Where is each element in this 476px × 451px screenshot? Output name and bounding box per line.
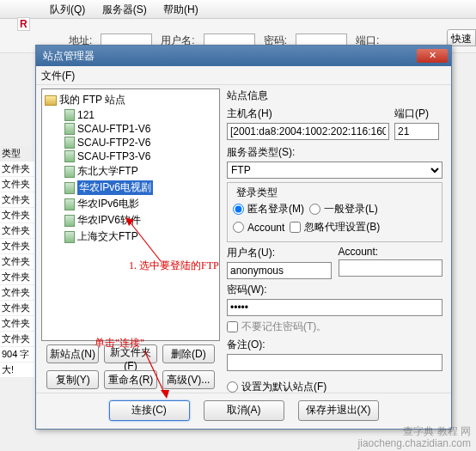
login-type-legend: 登录类型 (233, 186, 281, 200)
close-icon[interactable]: ✕ (417, 49, 448, 63)
site-tree[interactable]: 我的 FTP 站点121SCAU-FTP1-V6SCAU-FTP2-V6SCAU… (41, 88, 220, 341)
col-folder: 文件夹 (0, 316, 34, 332)
col-folder: 文件夹 (0, 239, 34, 254)
tree-item[interactable]: 上海交大FTP (44, 229, 217, 245)
anon-label: 匿名登录(M) (247, 202, 304, 216)
tree-item-label: 华农IPv6电视剧 (77, 180, 153, 195)
tree-item-label: 华农IPv6电影 (77, 197, 139, 211)
ignore-proxy-check[interactable] (290, 222, 301, 233)
password-input[interactable] (227, 299, 442, 316)
tree-item-label: 华农IPV6软件 (77, 213, 141, 228)
password-label: 密码(W): (227, 283, 442, 297)
port-input[interactable] (394, 123, 439, 140)
tree-item-label: 121 (77, 109, 95, 121)
menu-queue[interactable]: 队列(Q) (43, 0, 92, 20)
host-input[interactable] (227, 123, 389, 140)
site-icon (64, 231, 75, 243)
tree-item[interactable]: 华农IPv6电影 (44, 196, 217, 212)
tree-item[interactable]: SCAU-FTP2-V6 (44, 136, 217, 149)
bg-left-col: 类型 文件夹 文件夹 文件夹 文件夹 文件夹 文件夹 文件夹 文件夹 文件夹 文… (0, 146, 34, 378)
note-label: 备注(O): (227, 338, 442, 352)
bg-menubar: 队列(Q) 服务器(S) 帮助(H) (0, 0, 476, 19)
site-icon (64, 137, 75, 149)
tree-item[interactable]: 华农IPv6电视剧 (44, 180, 217, 196)
col-folder: 文件夹 (0, 285, 34, 301)
col-type-header: 类型 (0, 146, 34, 162)
tree-item[interactable]: 东北大学FTP (44, 163, 217, 180)
col-folder: 文件夹 (0, 162, 34, 177)
site-manager-dialog: 站点管理器 ✕ 文件(F) 我的 FTP 站点121SCAU-FTP1-V6SC… (35, 45, 452, 430)
server-type-label: 服务器类型(S): (227, 145, 442, 160)
username-input[interactable] (227, 262, 332, 279)
tree-item[interactable]: SCAU-FTP1-V6 (44, 122, 217, 136)
col-folder: 文件夹 (0, 208, 34, 223)
col-folder: 文件夹 (0, 270, 34, 285)
advanced-button[interactable]: 高级(V)... (162, 370, 215, 389)
port-label: 端口(P) (394, 107, 442, 121)
no-remember-label: 不要记住密码(T)。 (241, 320, 326, 334)
account-input[interactable] (339, 259, 443, 277)
col-folder: 文件夹 (0, 301, 34, 316)
account-radio[interactable] (233, 222, 244, 233)
dialog-menubar: 文件(F) (36, 66, 451, 85)
col-folder: 文件夹 (0, 332, 34, 347)
account-label: Account: (339, 246, 443, 258)
site-icon (64, 166, 75, 178)
connect-button[interactable]: 连接(C) (109, 400, 190, 421)
normal-radio[interactable] (309, 204, 320, 215)
menu-server[interactable]: 服务器(S) (95, 0, 154, 20)
set-default-label: 设置为默认站点(F) (241, 380, 326, 394)
cancel-button[interactable]: 取消(A) (204, 400, 284, 421)
anon-radio[interactable] (233, 204, 244, 215)
new-site-button[interactable]: 新站点(N) (46, 344, 99, 363)
menu-help[interactable]: 帮助(H) (156, 0, 205, 20)
set-default-radio[interactable] (227, 381, 238, 393)
copy-button[interactable]: 复制(Y) (46, 370, 99, 389)
site-icon (64, 109, 75, 121)
dialog-title: 站点管理器 (43, 49, 417, 64)
watermark: 查字典 教程 网 jiaocheng.chazidian.com (358, 425, 471, 449)
account-rb-label: Account (247, 222, 284, 234)
username-label: 用户名(U): (227, 246, 332, 260)
save-exit-button[interactable]: 保存并退出(X) (298, 400, 379, 421)
tree-root-label: 我的 FTP 站点 (59, 93, 125, 107)
titlebar[interactable]: 站点管理器 ✕ (36, 46, 451, 66)
site-icon (64, 198, 75, 210)
col-folder: 文件夹 (0, 177, 34, 192)
ignore-proxy-label: 忽略代理设置(B) (304, 220, 380, 235)
normal-label: 一般登录(L) (324, 202, 378, 216)
tree-item-label: SCAU-FTP1-V6 (77, 123, 150, 135)
site-icon (64, 215, 75, 227)
tree-item[interactable]: SCAU-FTP3-V6 (44, 149, 217, 163)
site-info-label: 站点信息 (227, 88, 442, 103)
menu-file[interactable]: 文件(F) (41, 70, 75, 82)
tree-item[interactable]: 华农IPV6软件 (44, 212, 217, 229)
new-folder-button[interactable]: 新文件夹(F) (104, 344, 156, 363)
tree-item-label: 东北大学FTP (77, 164, 138, 179)
tree-item[interactable]: 121 (44, 108, 217, 122)
tree-item-label: SCAU-FTP2-V6 (77, 137, 150, 149)
r-mark: R (17, 17, 30, 31)
quick-button[interactable]: 快速 (447, 29, 476, 46)
site-icon (64, 150, 75, 162)
rename-button[interactable]: 重命名(R) (104, 370, 156, 389)
server-type-select[interactable]: FTP (227, 162, 442, 179)
host-label: 主机名(H) (227, 107, 389, 121)
col-folder: 文件夹 (0, 223, 34, 239)
delete-button[interactable]: 删除(D) (162, 344, 215, 363)
col-size: 904 字 (0, 347, 34, 363)
tree-item-label: SCAU-FTP3-V6 (77, 150, 150, 162)
tree-item-label: 上海交大FTP (77, 229, 138, 244)
note-input[interactable] (227, 354, 442, 371)
col-folder: 文件夹 (0, 254, 34, 270)
site-icon (64, 123, 75, 135)
folder-icon (45, 95, 57, 106)
col-folder: 文件夹 (0, 192, 34, 208)
no-remember-check[interactable] (227, 321, 238, 332)
col-big: 大! (0, 363, 34, 378)
login-type-group: 登录类型 匿名登录(M) 一般登录(L) Account 忽略代理设置(B) (227, 182, 442, 242)
site-icon (64, 182, 75, 194)
